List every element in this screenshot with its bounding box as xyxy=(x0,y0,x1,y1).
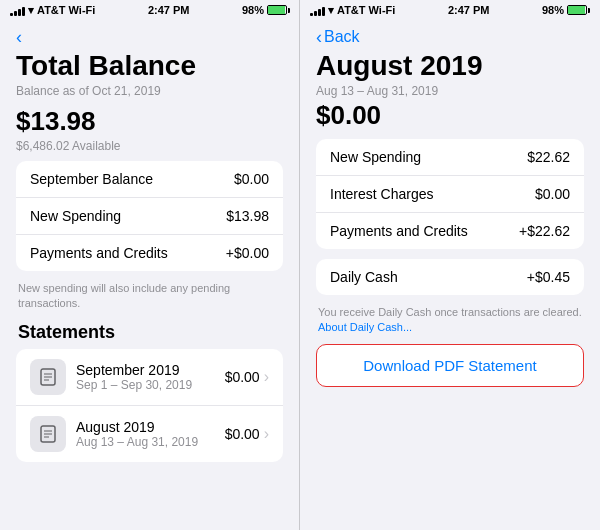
balance-label: Balance as of Oct 21, 2019 xyxy=(16,84,283,98)
statement-row-september[interactable]: September 2019 Sep 1 – Sep 30, 2019 $0.0… xyxy=(16,349,283,406)
right-payments-value: +$22.62 xyxy=(519,223,570,239)
statement-row-august[interactable]: August 2019 Aug 13 – Aug 31, 2019 $0.00 … xyxy=(16,406,283,462)
right-new-spending-value: $22.62 xyxy=(527,149,570,165)
time-label: 2:47 PM xyxy=(148,4,190,16)
download-pdf-button[interactable]: Download PDF Statement xyxy=(316,344,584,387)
right-time-label: 2:47 PM xyxy=(448,4,490,16)
payments-credits-row: Payments and Credits +$0.00 xyxy=(16,235,283,271)
payments-credits-label: Payments and Credits xyxy=(30,245,168,261)
right-back-label: Back xyxy=(324,28,360,46)
statement-icon-august xyxy=(30,416,66,452)
right-carrier-label: AT&T Wi-Fi xyxy=(337,4,395,16)
stmt-amount-september: $0.00 xyxy=(225,369,260,385)
back-chevron-icon: ‹ xyxy=(16,28,22,46)
stmt-date-september: Sep 1 – Sep 30, 2019 xyxy=(76,378,225,392)
right-balance: $0.00 xyxy=(316,100,584,131)
carrier-label: AT&T Wi-Fi xyxy=(37,4,95,16)
right-new-spending-label: New Spending xyxy=(330,149,421,165)
wifi-icon: ▾ xyxy=(28,4,34,17)
right-battery-percent: 98% xyxy=(542,4,564,16)
right-page-title: August 2019 xyxy=(316,50,584,82)
right-interest-row: Interest Charges $0.00 xyxy=(316,176,584,213)
left-panel: ▾ AT&T Wi-Fi 2:47 PM 98% ‹ Total Balance… xyxy=(0,0,300,530)
payments-credits-value: +$0.00 xyxy=(226,245,269,261)
download-pdf-label: Download PDF Statement xyxy=(363,357,536,374)
right-back-button[interactable]: ‹ Back xyxy=(316,28,584,46)
right-balance-card: New Spending $22.62 Interest Charges $0.… xyxy=(316,139,584,249)
daily-cash-label: Daily Cash xyxy=(330,269,398,285)
right-content: ‹ Back August 2019 Aug 13 – Aug 31, 2019… xyxy=(300,20,600,530)
right-battery-icon xyxy=(567,5,590,15)
new-spending-value: $13.98 xyxy=(226,208,269,224)
left-back-button[interactable]: ‹ xyxy=(16,28,283,46)
right-status-bar: ▾ AT&T Wi-Fi 2:47 PM 98% xyxy=(300,0,600,20)
right-interest-value: $0.00 xyxy=(535,186,570,202)
right-payments-label: Payments and Credits xyxy=(330,223,468,239)
september-balance-row: September Balance $0.00 xyxy=(16,161,283,198)
stmt-title-august: August 2019 xyxy=(76,419,225,435)
stmt-title-september: September 2019 xyxy=(76,362,225,378)
left-content: ‹ Total Balance Balance as of Oct 21, 20… xyxy=(0,20,299,530)
daily-cash-row: Daily Cash +$0.45 xyxy=(316,259,584,295)
left-page-title: Total Balance xyxy=(16,50,283,82)
stmt-date-august: Aug 13 – Aug 31, 2019 xyxy=(76,435,225,449)
stmt-chevron-august: › xyxy=(264,425,269,443)
september-balance-label: September Balance xyxy=(30,171,153,187)
september-balance-value: $0.00 xyxy=(234,171,269,187)
right-wifi-icon: ▾ xyxy=(328,4,334,17)
battery-icon xyxy=(267,5,290,15)
right-new-spending-row: New Spending $22.62 xyxy=(316,139,584,176)
new-spending-row: New Spending $13.98 xyxy=(16,198,283,235)
left-status-bar: ▾ AT&T Wi-Fi 2:47 PM 98% xyxy=(0,0,300,20)
signal-icon xyxy=(10,4,25,16)
right-interest-label: Interest Charges xyxy=(330,186,434,202)
available-balance: $6,486.02 Available xyxy=(16,139,283,153)
daily-cash-card: Daily Cash +$0.45 xyxy=(316,259,584,295)
statement-icon-september xyxy=(30,359,66,395)
battery-percent: 98% xyxy=(242,4,264,16)
right-signal-icon xyxy=(310,4,325,16)
balance-card: September Balance $0.00 New Spending $13… xyxy=(16,161,283,271)
total-balance: $13.98 xyxy=(16,106,283,137)
daily-cash-value: +$0.45 xyxy=(527,269,570,285)
daily-cash-note: You receive Daily Cash once transactions… xyxy=(316,305,584,336)
stmt-amount-august: $0.00 xyxy=(225,426,260,442)
new-spending-label: New Spending xyxy=(30,208,121,224)
statements-header: Statements xyxy=(16,322,283,343)
right-panel: ▾ AT&T Wi-Fi 2:47 PM 98% ‹ Back August 2… xyxy=(300,0,600,530)
right-back-chevron-icon: ‹ xyxy=(316,28,322,46)
right-payments-row: Payments and Credits +$22.62 xyxy=(316,213,584,249)
notice-text: New spending will also include any pendi… xyxy=(16,281,283,312)
stmt-chevron-september: › xyxy=(264,368,269,386)
right-date-range: Aug 13 – Aug 31, 2019 xyxy=(316,84,584,98)
statements-card: September 2019 Sep 1 – Sep 30, 2019 $0.0… xyxy=(16,349,283,462)
daily-cash-link[interactable]: About Daily Cash... xyxy=(318,321,412,333)
